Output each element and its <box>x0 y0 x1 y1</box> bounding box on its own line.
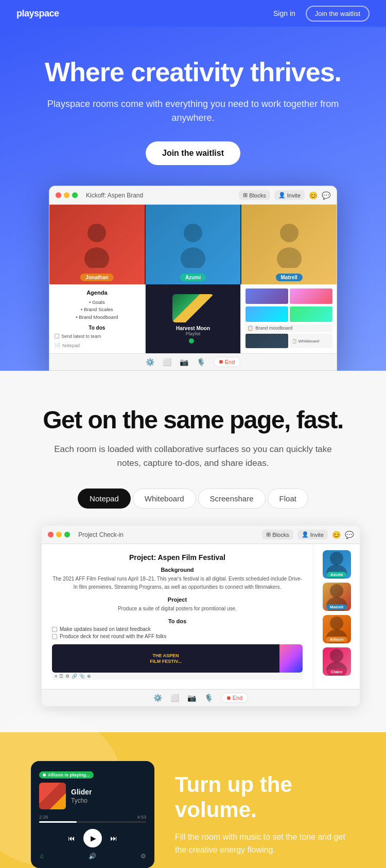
music-headline: Turn up the volume. <box>175 772 355 822</box>
todo-1: Make updates based on latest feedback <box>52 626 303 632</box>
participant-azumi: Azumi <box>318 550 356 578</box>
project-section: Project Produce a suite of digital poste… <box>52 596 303 613</box>
time-elapsed: 2:26 <box>39 815 48 820</box>
invite-button-2[interactable]: 👤 Invite <box>297 530 328 539</box>
svg-point-4 <box>280 224 299 242</box>
prev-button[interactable]: ⏮ <box>68 834 75 842</box>
video-jonathan: Jonathan <box>49 205 145 284</box>
music-text-block: Turn up the volume. Fill the room with m… <box>175 772 355 857</box>
svg-point-2 <box>184 224 202 242</box>
emoji-icon-2: 😊 <box>332 531 341 539</box>
collab-section: Get on the same page, fast. Each room is… <box>0 371 386 732</box>
blocks-button[interactable]: ⊞ Blocks <box>239 190 270 200</box>
music-section: Allison is playing... Glider Tycho 2:26 … <box>0 732 386 868</box>
todo-item: Send latest to team <box>55 334 139 339</box>
camera-icon: 📷 <box>180 358 188 366</box>
end-call-button-2[interactable]: End <box>221 693 249 703</box>
video-matrell: Matrell <box>241 205 337 284</box>
azumi-nametag: Azumi <box>180 274 206 281</box>
logo: playspace <box>16 8 59 19</box>
todos-title: To dos <box>55 325 139 331</box>
emoji-icon: 😊 <box>309 191 318 200</box>
svg-point-10 <box>330 617 343 630</box>
signin-button[interactable]: Sign in <box>273 9 295 17</box>
project-label: Project <box>52 596 303 603</box>
traffic-light-red-2 <box>48 532 54 537</box>
collab-headline: Get on the same page, fast. <box>41 407 345 434</box>
music-panel: Harvest Moon Playlist <box>146 284 241 353</box>
todos-label: To dos <box>52 618 303 624</box>
mic-icon: 🎙️ <box>197 358 205 366</box>
blocks-button-2[interactable]: ⊞ Blocks <box>262 530 293 539</box>
playing-label: Allison is playing... <box>39 771 94 779</box>
window2-title: Project Check-in <box>78 531 124 538</box>
collab-app-window: Project Check-in ⊞ Blocks 👤 Invite 😊 💬 P… <box>41 525 360 707</box>
play-button[interactable]: ▶ <box>83 829 102 847</box>
svg-point-8 <box>330 584 343 598</box>
todo-2: Produce deck for next round with the AFF… <box>52 634 303 639</box>
svg-point-3 <box>181 247 205 268</box>
hero-app-window: Kickoff: Aspen Brand ⊞ Blocks 👤 Invite 😊… <box>49 186 337 371</box>
whiteboard-panel: 📋Brand moodboard 📋 Whiteboard <box>241 284 337 353</box>
svg-point-0 <box>87 224 106 242</box>
matrell-ptag: Matrell <box>326 604 347 610</box>
music-player-card: Allison is playing... Glider Tycho 2:26 … <box>31 761 154 868</box>
invite-button[interactable]: 👤 Invite <box>274 190 305 200</box>
svg-point-12 <box>330 649 343 662</box>
tab-float[interactable]: Float <box>268 489 308 509</box>
traffic-light-red <box>56 192 61 198</box>
svg-point-1 <box>84 247 109 268</box>
hero-waitlist-button[interactable]: Join the waitlist <box>146 141 240 165</box>
end-call-button[interactable]: End <box>214 357 241 367</box>
mic-icon-2: 🎙️ <box>204 694 213 702</box>
tab-screenshare[interactable]: Screenshare <box>198 489 266 509</box>
traffic-light-yellow-2 <box>56 532 62 537</box>
music-subtext: Fill the room with music to set the tone… <box>175 830 355 857</box>
traffic-light-green <box>72 192 78 198</box>
navbar: playspace Sign in Join the waitlist <box>0 0 386 27</box>
nav-waitlist-button[interactable]: Join the waitlist <box>306 6 370 22</box>
play-icon: ▶ <box>91 834 96 842</box>
agenda-title: Agenda <box>55 290 139 296</box>
gear-icon-player: ⚙ <box>141 853 146 860</box>
tabs-row: Notepad Whiteboard Screenshare Float <box>41 489 345 509</box>
image-embed: THE ASPENFILM FESTIV... ≡☰⚙🔗📎⊕ <box>52 644 303 680</box>
collab-subtext: Each room is loaded with collaborative s… <box>41 442 345 470</box>
allison-ptag: Allison <box>326 637 347 642</box>
copy-icon-2: ⬜ <box>170 694 179 702</box>
background-text: The 2021 AFF Film Festival runs April 18… <box>52 575 303 591</box>
participants-panel: Azumi Matrell <box>313 544 360 689</box>
agenda-panel: Agenda • Goals• Brand Scales• Brand Mood… <box>49 284 145 353</box>
participant-allison: Allison <box>318 615 356 643</box>
camera-icon-2: 📷 <box>187 694 196 702</box>
track-name: Glider <box>71 788 146 796</box>
svg-point-5 <box>277 247 302 268</box>
tab-whiteboard[interactable]: Whiteboard <box>133 489 196 509</box>
jonathan-nametag: Jonathan <box>80 274 113 281</box>
claire-ptag: Claire <box>327 669 346 675</box>
next-button[interactable]: ⏭ <box>110 834 117 842</box>
time-total: 4:53 <box>137 815 146 820</box>
music-track-title: Harvest Moon <box>176 326 210 331</box>
background-section: Background The 2021 AFF Film Festival ru… <box>52 567 303 591</box>
traffic-light-yellow <box>64 192 69 198</box>
tab-notepad[interactable]: Notepad <box>78 489 131 509</box>
matrell-nametag: Matrell <box>276 274 303 281</box>
settings-icon: ⚙️ <box>146 358 154 366</box>
project-text: Produce a suite of digital posters for p… <box>52 605 303 613</box>
settings-icon-2: ⚙️ <box>153 694 162 702</box>
participant-matrell: Matrell <box>318 583 356 611</box>
chat-icon: 💬 <box>322 191 330 200</box>
spotify-icon: ♫ <box>39 853 44 860</box>
svg-point-6 <box>330 552 343 565</box>
window-title: Kickoff: Aspen Brand <box>86 192 143 199</box>
traffic-light-green-2 <box>64 532 70 537</box>
todos-section: To dos Make updates based on latest feed… <box>52 618 303 639</box>
agenda-items: • Goals• Brand Scales• Brand Moodboard <box>55 299 139 321</box>
participant-claire: Claire <box>318 647 356 676</box>
notepad-project-title: Project: Aspen Film Festival <box>52 553 303 562</box>
hero-headline: Where creativity thrives. <box>41 58 345 87</box>
video-azumi: Azumi <box>146 205 241 284</box>
hero-section: Where creativity thrives. Playspace room… <box>0 27 386 371</box>
copy-icon: ⬜ <box>163 358 171 366</box>
